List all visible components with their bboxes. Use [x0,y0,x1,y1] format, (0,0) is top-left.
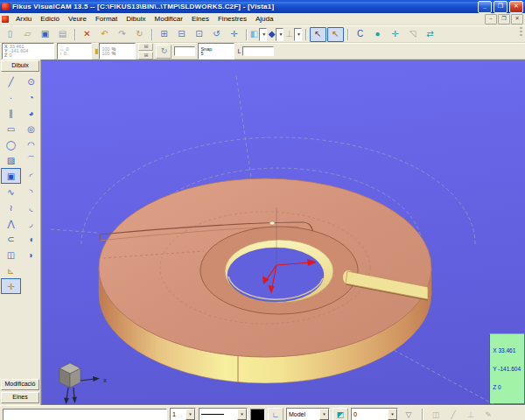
tab-dibuix[interactable]: Dibuix [1,60,39,72]
surface-button[interactable]: ● [369,27,386,42]
color-swatch[interactable] [250,409,265,420]
grid-step-up-button[interactable]: ⊞ [138,43,153,51]
mdi-close-button[interactable]: ✕ [511,14,523,24]
mdi-restore-button[interactable]: ❐ [498,14,510,24]
pen-width-dropdown[interactable]: 1 ▾ [170,408,196,420]
menu-arxiu[interactable]: Arxiu [11,14,36,24]
undo-button[interactable]: ↶ [96,27,113,42]
arc-3pt-tool[interactable]: ⌒ [21,152,41,168]
arc-tangent-tool[interactable]: ◜ [21,168,41,184]
select-button[interactable]: ↖ [310,27,326,42]
print-button[interactable]: ▤ [54,27,71,42]
snap-settings-button[interactable]: ◫ [428,408,444,420]
tab-modificacio[interactable]: Modificació [1,379,39,390]
uv-button[interactable]: ◹ [404,27,421,42]
axis-lock-button[interactable]: ⊥ [463,408,479,420]
slot-tool[interactable]: ◖ [21,231,41,247]
workplane-button[interactable]: ✛ [387,27,403,42]
ortho-button[interactable]: ╱ [445,408,461,420]
menu-dibuix[interactable]: Dibuix [122,14,150,24]
chevron-down-icon[interactable]: ▾ [186,409,195,420]
layers-button[interactable]: ◩ [332,408,348,420]
ucs-button[interactable]: ∟ [268,408,284,420]
zoom-fit-button[interactable]: ⊡ [191,27,207,42]
toolbar-grip[interactable] [520,27,522,38]
text-tool[interactable]: ▣ [1,168,21,184]
ellipse-tool[interactable]: ◯ [1,136,21,152]
open-button[interactable]: ▱ [19,27,36,42]
menu-modificar[interactable]: Modificar [150,14,187,24]
zoom-out-button[interactable]: ⊟ [173,27,190,42]
layer-dropdown[interactable]: 0 ▾ [351,408,398,420]
titlebar: Fikus VisualCAM 13.5 -- [C:\FIKUS13\BIN\… [0,0,525,13]
menu-edicio[interactable]: Edició [36,14,64,24]
chevron-down-icon[interactable]: ▾ [319,409,329,420]
hatch-tool[interactable]: ▨ [1,152,21,168]
menu-veure[interactable]: Veure [64,14,91,24]
grid-step-down-button[interactable]: ⊞ [138,52,153,60]
ring-tool[interactable]: ◗ [21,247,41,262]
line-tool[interactable]: ╱ [1,74,21,89]
circle-3pt-tool[interactable]: ◕ [21,105,41,121]
arc-2pt-tool[interactable]: ◝ [21,184,41,200]
restore-button[interactable]: ❐ [494,1,508,13]
draft-button[interactable]: ✎ [480,408,496,420]
line-style-dropdown[interactable]: ▾ [199,408,248,420]
regen-button[interactable]: ↻ [131,27,148,42]
polyline-tool[interactable]: ⋀ [1,215,21,231]
view-orientation-button[interactable]: ⊥▼ [285,27,302,42]
redo-button[interactable]: ↷ [114,27,130,42]
xyz-point-tool[interactable]: ✛ [1,278,21,294]
render-mode-button[interactable]: ◆▼ [268,27,284,42]
chain-button[interactable]: C [352,27,368,42]
curve-tool[interactable]: ≀ [1,200,21,215]
rectangle-tool[interactable]: ▭ [1,121,21,136]
viewport-3d[interactable]: x X 33.461 Y -141.604 Z 0 [41,60,525,405]
delete-button[interactable]: ✕ [79,27,95,42]
snap-panel[interactable]: Snap 5 [198,43,234,60]
command-input[interactable] [3,409,167,420]
swap-button[interactable]: ⇄ [422,27,438,42]
parallel-lines-tool[interactable]: ∥ [1,105,21,121]
length-field[interactable] [242,46,274,56]
tab-eines[interactable]: Eines [1,392,39,403]
mirror-tool[interactable]: ◫ [1,247,21,262]
lock-icon[interactable]: ▮ [94,47,98,55]
chevron-down-icon[interactable]: ▾ [388,409,397,420]
shaded-view-button[interactable]: ◧▼ [250,27,267,42]
chamfer-tool[interactable]: ◞ [21,215,41,231]
menu-finestres[interactable]: Finestres [214,14,251,24]
mdi-child-icon[interactable] [2,16,9,23]
close-button[interactable]: ✕ [509,1,523,13]
space-dropdown[interactable]: Model ▾ [286,408,330,420]
mdi-minimize-button[interactable]: − [485,14,497,24]
new-button[interactable]: ▯ [2,27,18,42]
filter-icon[interactable]: ▽ [401,408,416,420]
zoom-window-button[interactable]: ⊞ [156,27,172,42]
circle-2pt-tool[interactable]: ◔ [21,89,41,105]
menu-eines[interactable]: Eines [187,14,214,24]
viewport-canvas: x [42,60,525,405]
select-chain-button[interactable]: ↖ [327,27,344,42]
circle-center-tool[interactable]: ⊙ [21,74,41,89]
minimize-button[interactable]: _ [478,1,492,13]
menu-format[interactable]: Format [91,14,122,24]
app-icon[interactable] [2,3,10,10]
zoom-previous-button[interactable]: ↺ [208,27,225,42]
save-button[interactable]: ▣ [37,27,53,42]
spline-tool[interactable]: ∿ [1,184,21,200]
arc-center-tool[interactable]: ◠ [21,136,41,152]
chevron-down-icon[interactable]: ▾ [237,409,247,420]
circle-tangent-tool[interactable]: ◎ [21,121,41,136]
menu-ajuda[interactable]: Ajuda [251,14,277,24]
point-tool[interactable]: ∙ [1,89,21,105]
length-label: L [237,48,241,54]
pan-button[interactable]: ✛ [226,27,242,42]
offset-tool[interactable]: ⊂ [1,231,21,247]
rotate-snap-button[interactable]: ↻ [156,45,172,59]
sidebar: Dibuix ╱∙∥▭◯▨▣∿≀⋀⊂◫⊾✛ ⊙◔◕◎◠⌒◜◝◟◞◖◗ Modif… [0,60,41,405]
fillet-tool[interactable]: ◟ [21,200,41,215]
scale-y-value[interactable]: 100 [102,52,109,56]
measure-tool[interactable]: ⊾ [1,262,21,278]
angle-field[interactable] [174,46,195,56]
